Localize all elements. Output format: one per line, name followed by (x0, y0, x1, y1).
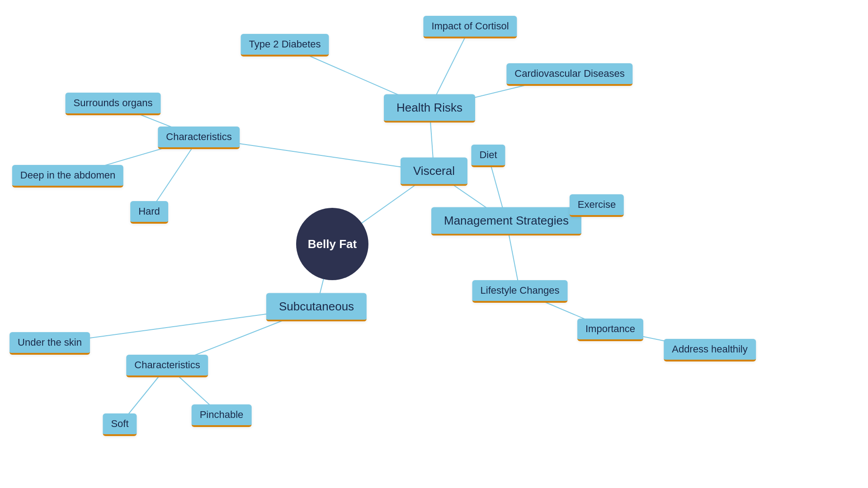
node-box-management_strategies: Management Strategies (431, 207, 581, 236)
node-address_healthily: Address healthily (664, 339, 756, 361)
node-box-cardiovascular: Cardiovascular Diseases (506, 63, 632, 86)
node-box-deep_abdomen: Deep in the abdomen (12, 165, 123, 188)
node-lifestyle_changes: Lifestyle Changes (472, 280, 568, 303)
node-diet: Diet (471, 145, 505, 167)
node-importance: Importance (577, 319, 643, 341)
node-subcutaneous: Subcutaneous (266, 293, 367, 322)
node-box-subcutaneous: Subcutaneous (266, 293, 367, 322)
node-visceral: Visceral (401, 158, 467, 186)
node-box-impact_cortisol: Impact of Cortisol (423, 16, 517, 38)
center-node: Belly Fat (296, 208, 368, 280)
node-box-lifestyle_changes: Lifestyle Changes (472, 280, 568, 303)
node-under_skin: Under the skin (9, 332, 90, 355)
node-box-sub_characteristics: Characteristics (126, 355, 208, 377)
node-surrounds_organs: Surrounds organs (66, 93, 161, 115)
node-visceral_characteristics: Characteristics (158, 127, 240, 149)
node-cardiovascular: Cardiovascular Diseases (506, 63, 632, 86)
center-node-label: Belly Fat (296, 208, 368, 280)
node-box-hard: Hard (130, 201, 168, 224)
node-type2_diabetes: Type 2 Diabetes (241, 34, 329, 56)
node-box-exercise: Exercise (570, 194, 624, 217)
node-box-soft: Soft (103, 413, 137, 436)
node-sub_characteristics: Characteristics (126, 355, 208, 377)
node-box-under_skin: Under the skin (9, 332, 90, 355)
node-box-diet: Diet (471, 145, 505, 167)
node-deep_abdomen: Deep in the abdomen (12, 165, 123, 188)
node-impact_cortisol: Impact of Cortisol (423, 16, 517, 38)
node-box-type2_diabetes: Type 2 Diabetes (241, 34, 329, 56)
node-exercise: Exercise (570, 194, 624, 217)
node-management_strategies: Management Strategies (431, 207, 581, 236)
mind-map-container: Belly FatVisceralSubcutaneousHealth Risk… (0, 0, 868, 488)
node-box-pinchable: Pinchable (192, 404, 252, 427)
node-box-address_healthily: Address healthily (664, 339, 756, 361)
node-box-visceral: Visceral (401, 158, 467, 186)
node-soft: Soft (103, 413, 137, 436)
node-health_risks: Health Risks (384, 94, 475, 123)
node-box-surrounds_organs: Surrounds organs (66, 93, 161, 115)
node-pinchable: Pinchable (192, 404, 252, 427)
node-hard: Hard (130, 201, 168, 224)
node-box-visceral_characteristics: Characteristics (158, 127, 240, 149)
node-box-health_risks: Health Risks (384, 94, 475, 123)
node-box-importance: Importance (577, 319, 643, 341)
